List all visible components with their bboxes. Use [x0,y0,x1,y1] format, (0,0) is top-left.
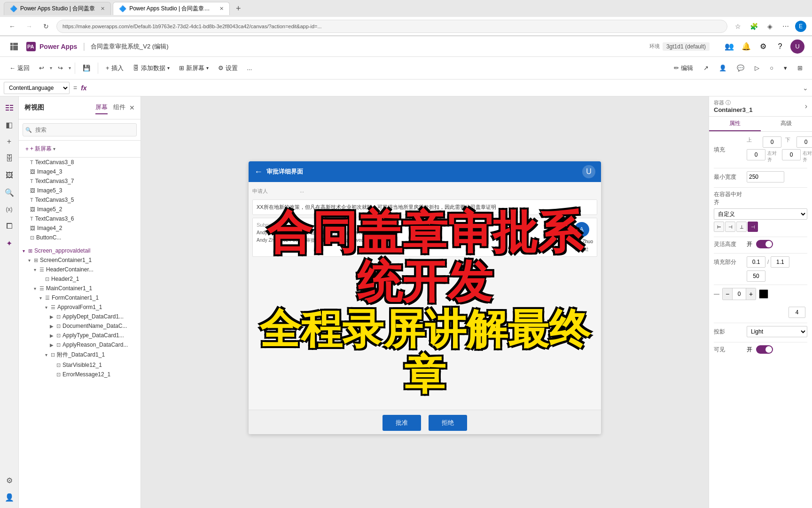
edit-button[interactable]: ✏ 编辑 [670,61,697,76]
align-left-btn[interactable]: ⊢ [714,222,724,232]
canvas-area[interactable]: ← 审批详细界面 U 申请人 ... XX所在地新的改策，但凡在高新技术企业初次… [141,96,709,508]
ai-icon[interactable]: ✦ [2,236,17,251]
notifications-icon[interactable]: 🔔 [740,40,753,53]
num-value-input[interactable] [732,288,746,300]
tree-item-image5-3[interactable]: 🖼 Image5_3 [19,186,141,195]
tab-component[interactable]: 组件 [113,101,125,114]
reject-button[interactable]: 拒绝 [429,415,467,431]
play-button[interactable]: ▷ [751,61,763,76]
tree-item-textcanvas3-7[interactable]: T TextCanvas3_7 [19,176,141,186]
insert-button[interactable]: + 插入 [102,61,127,76]
browser-more-icon[interactable]: ⋯ [779,20,792,33]
formula-expand-icon[interactable]: ⌄ [803,84,808,92]
tree-item-image5-2[interactable]: 🖼 Image5_2 [19,205,141,214]
num-increment[interactable]: + [746,288,756,300]
border-num-input[interactable] [789,307,805,318]
new-screen-button[interactable]: ⊞ 新屏幕 ▾ [175,61,212,76]
tree-view-icon[interactable] [2,100,17,115]
add-control-icon[interactable]: + [2,134,17,149]
undo-button[interactable]: ↩ [35,61,48,76]
formula-input[interactable] [91,82,799,94]
media-icon[interactable]: 🖼 [2,168,17,183]
back-toolbar-button[interactable]: ← 返回 [6,61,33,76]
advanced-tab[interactable]: 高级 [761,117,812,131]
tree-item-screencontainer1[interactable]: ▾ ⊞ ScreenContainer1_1 [19,255,141,265]
circle-button[interactable]: ○ [766,61,777,76]
tree-item-approvalform1[interactable]: ▾ ☰ ApprovalForm1_1 [19,302,141,312]
tree-item-attachment-datacard[interactable]: ▾ ⊡ 附件_DataCard1_1 [19,349,141,360]
num-decrement[interactable]: − [723,288,732,300]
component-icon[interactable]: ⧠ [2,219,17,234]
tab-close-1[interactable]: ✕ [101,6,105,12]
fill-right-input[interactable] [796,136,812,148]
tree-item-applyreason[interactable]: ▶ ⊡ ApplyReason_DataCard... [19,340,141,349]
add-data-button[interactable]: 🗄 添加数据 ▾ [129,61,173,76]
settings-toolbar-button[interactable]: ⚙ 设置 [214,61,242,76]
tree-item-applydept[interactable]: ▶ ⊡ ApplyDept_DataCard1... [19,312,141,321]
save-button[interactable]: 💾 [79,61,94,76]
align-container-select[interactable]: 自定义 [714,208,807,220]
browser-tab-1[interactable]: 🔷 Power Apps Studio | 合同盖章 ✕ [4,2,111,15]
tree-item-image4-2[interactable]: 🖼 Image4_2 [19,223,141,233]
shadow-select[interactable]: Light None Regular Bold ExtraBold [747,326,807,337]
url-bar[interactable]: https://make.powerapps.com/e/Default-1b9… [56,20,727,33]
save-alt-button[interactable]: ⊞ [794,61,806,76]
align-right-btn[interactable]: ⊥ [736,222,747,232]
settings-left-icon[interactable]: ⚙ [2,473,17,488]
search-left-icon[interactable]: 🔍 [2,185,17,200]
fill-portion-total-input[interactable] [771,256,789,268]
tree-item-documentname[interactable]: ▶ ⊡ DocumentName_DataC... [19,321,141,331]
fill-portion-input[interactable] [747,256,765,268]
tab-screen[interactable]: 屏幕 [95,101,108,114]
more-toolbar-button[interactable]: ... [243,61,256,76]
tree-item-applytype[interactable]: ▶ ⊡ ApplyType_DataCard1... [19,331,141,340]
fill-bottom-input[interactable] [747,149,765,160]
tree-item-screen-approvaldetail[interactable]: ▾ ⊞ Screen_approvaldetail [19,246,141,255]
star-icon[interactable]: ☆ [731,20,744,33]
close-sidebar-icon[interactable]: ✕ [129,104,135,111]
share-button[interactable]: ↗ [700,61,712,76]
redo-dropdown[interactable]: ▾ [69,65,71,71]
user-avatar[interactable]: U [790,40,804,54]
color-swatch[interactable] [759,289,768,299]
publish-button[interactable]: 👤 [715,61,730,76]
tree-item-formcontainer1[interactable]: ▾ ☰ FormContainer1_1 [19,293,141,302]
forward-button[interactable]: → [23,20,36,33]
min-width-input[interactable] [747,171,784,183]
tree-item-header2-1[interactable]: ⊡ Header2_1 [19,274,141,284]
settings-header-icon[interactable]: ⚙ [757,40,770,53]
comment-button[interactable]: 💬 [733,61,748,76]
fill-portion-num-input[interactable] [747,270,765,282]
approve-button[interactable]: 批准 [383,415,421,431]
variable-icon[interactable]: (x) [2,202,17,217]
tree-item-textcanvas3-8[interactable]: T TextCanvas3_8 [19,158,141,167]
tree-item-image4-3[interactable]: 🖼 Image4_3 [19,167,141,176]
property-select[interactable]: ContentLanguage [4,82,70,94]
redo-button[interactable]: ↪ [54,61,67,76]
visible-toggle[interactable] [756,345,773,354]
extensions-icon[interactable]: 🧩 [747,20,760,33]
align-center-btn[interactable]: ⊣ [725,222,735,232]
fill-top-input[interactable] [763,136,781,148]
back-button[interactable]: ← [6,20,19,33]
tree-item-buttonc[interactable]: ⊡ ButtonC... [19,233,141,242]
help-icon[interactable]: ? [773,40,787,53]
edge-copilot-icon[interactable]: ◈ [763,20,776,33]
undo-dropdown[interactable]: ▾ [50,65,52,71]
tree-item-starvisible[interactable]: ⊡ StarVisible12_1 [19,360,141,370]
tab-close-2[interactable]: ✕ [219,6,224,12]
tree-item-maincontainer1[interactable]: ▾ ☰ MainContainer1_1 [19,284,141,293]
tree-item-errormessage[interactable]: ⊡ ErrorMessage12_1 [19,370,141,379]
new-screen-sidebar-button[interactable]: + + 新屏幕 ▾ [23,143,58,154]
panel-expand-icon[interactable]: › [805,102,807,111]
data-icon[interactable]: 🗄 [2,151,17,166]
account-left-icon[interactable]: 👤 [2,490,17,505]
new-tab-button[interactable]: + [232,2,245,15]
tree-item-textcanvas3-6[interactable]: T TextCanvas3_6 [19,214,141,223]
coauthoring-icon[interactable]: 👥 [723,40,736,53]
align-stretch-btn[interactable]: ⊣ [748,222,758,232]
toolbar-chevron-button[interactable]: ▾ [780,61,791,76]
flex-height-toggle[interactable] [756,240,773,248]
tree-item-textcanvas3-5[interactable]: T TextCanvas3_5 [19,195,141,205]
refresh-button[interactable]: ↻ [39,20,53,33]
